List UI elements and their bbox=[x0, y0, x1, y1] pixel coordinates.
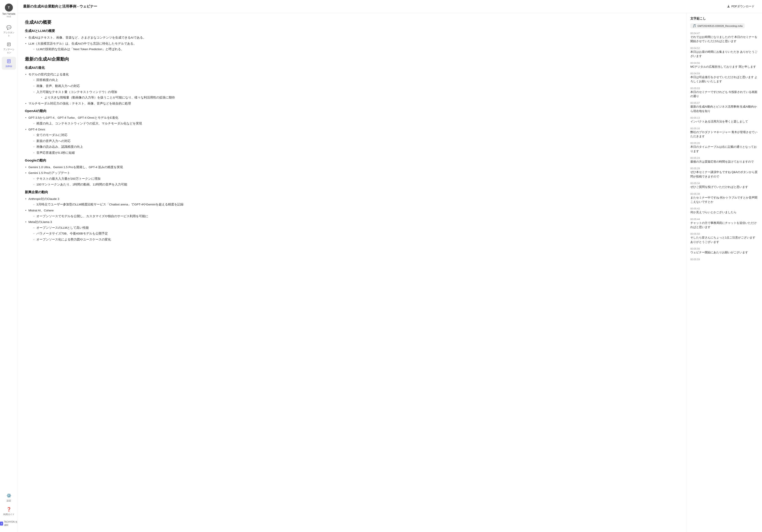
sidebar-nav: 💬 アシスタント アノテーション bbox=[2, 23, 16, 491]
list-item: 100マントークンあたり、1時間の動画、11時間の音声を入力可能 bbox=[33, 182, 679, 187]
list-item: 3月時点でユーザー参加型のLLM精度比較サービス「Chatbot arena」で… bbox=[33, 202, 679, 207]
list-item: 全てのモーダルに対応 bbox=[33, 133, 679, 137]
transcript-time: 00:05:07 bbox=[690, 102, 758, 104]
transcript-time: 00:05:42 bbox=[690, 207, 758, 210]
page-title: 最新の生成AI企業動向と活用事例 - ウェビナー bbox=[23, 4, 97, 9]
transcript-entry: 00:05:20本日のタイムテーブルは右に記載の通りとなっております bbox=[690, 142, 758, 154]
file-name: GMT20240515-030028_Recording.m4a bbox=[697, 25, 742, 27]
transcript-entry: 00:04:47それではお時間になりましたので 本日のセミナーを開始させていただ… bbox=[690, 32, 758, 44]
list-item: 精度の向上、コンテキストウィンドウの拡大、マルチモーダル化などを実現 bbox=[33, 121, 679, 126]
sidebar-item-guide[interactable]: ❓ 利用ガイド bbox=[2, 505, 16, 518]
sidebar-bottom: ⚙️ 設定 ❓ 利用ガイド T TACHYON 生成AI bbox=[0, 491, 18, 528]
list-item: オープンソース化による勢力図やユースケースの変化 bbox=[33, 237, 679, 242]
transcript-entry: 00:04:56MCデジタルの広報担当しております 関と申します bbox=[690, 62, 758, 69]
list-item: モデルの世代交代による進化 回答精度の向上 画像、音声、動画入力への対応 入力可… bbox=[25, 72, 679, 100]
transcript-time: 00:05:50 bbox=[690, 233, 758, 235]
sidebar-item-assistant[interactable]: 💬 アシスタント bbox=[2, 23, 16, 39]
transcript-time: 00:05:59 bbox=[690, 258, 758, 261]
sidebar-item-settings[interactable]: ⚙️ 設定 bbox=[2, 491, 16, 504]
sidebar-item-minutes[interactable]: 議事録 bbox=[2, 57, 16, 70]
list-item: マルチモーダル対応力の強化：テキスト、画像、音声などを統合的に処理 bbox=[25, 101, 679, 106]
logo-icon: T bbox=[0, 522, 3, 526]
transcript-entry: 00:05:50そしたら皆さんにちょっと1点ご注意がございます ありがとうござい… bbox=[690, 233, 758, 244]
transcript-entries: 00:04:47それではお時間になりましたので 本日のセミナーを開始させていただ… bbox=[690, 32, 758, 261]
list-item: オープンソースでモデルを公開し、カスタマイズや独自のサービス利用を可能に bbox=[33, 214, 679, 219]
list-nested: LLMの技術的な仕組みは「Next Token Prediction」と呼ばれる… bbox=[29, 47, 679, 52]
transcript-text: 本日はお昼の時間にお集まりいただき ありがとうございます bbox=[690, 50, 758, 58]
sidebar: T Taro Yamada mcd 💬 アシスタント アノテーション bbox=[0, 0, 18, 532]
list-evolution: モデルの世代交代による進化 回答精度の向上 画像、音声、動画入力への対応 入力可… bbox=[25, 72, 679, 106]
sidebar-label-minutes: 議事録 bbox=[6, 65, 12, 68]
list-item: Mistral AI、Cohere オープンソースでモデルを公開し、カスタマイズ… bbox=[25, 208, 679, 218]
file-icon: 🎵 bbox=[693, 24, 696, 28]
list-item: Gemini 1.0 Ultra、Gemini 1.5 Proを開発し、GPT-… bbox=[25, 165, 679, 170]
list-item: Anthropic社のClaude 3 3月時点でユーザー参加型のLLM精度比較… bbox=[25, 196, 679, 207]
transcript-time: 00:05:34 bbox=[690, 182, 758, 185]
transcript-text: 本日のタイムテーブルは右に記載の通りとなっております bbox=[690, 145, 758, 154]
list-item: 新規の音声入力への対応 bbox=[33, 139, 679, 144]
assistant-icon: 💬 bbox=[6, 25, 12, 30]
sidebar-label-annotation: アノテーション bbox=[3, 48, 15, 54]
list-item: GPT-3.5からGPT-4、GPT-4 Turbo、GPT-4 Omniとモデ… bbox=[25, 115, 679, 126]
list-item: より大きな情報量（動画像の入力等）を扱うことが可能になり、様々な利活用性の拡張に… bbox=[41, 95, 679, 100]
minutes-icon bbox=[6, 58, 12, 64]
list-item: テキストの最大入力量が200万トークンに増加 bbox=[33, 176, 679, 181]
list-item: LLMの技術的な仕組みは「Next Token Prediction」と呼ばれる… bbox=[33, 47, 679, 52]
content-area: 生成AIの概要 生成AIとLLMの概要 生成AIはテキスト、画像、音楽など、さま… bbox=[18, 13, 762, 532]
section-heading-2: 最新の生成AI企業動向 bbox=[25, 56, 679, 62]
transcript-entry: 00:05:24最後の方は質疑応答の時間を設けておりますので bbox=[690, 157, 758, 164]
transcript-entry: 00:05:03本日のセミナーですけれども 今投影されている画面の通り bbox=[690, 87, 758, 99]
sidebar-logo: T TACHYON 生成AI bbox=[0, 520, 18, 527]
list-item: GPT-4 Omni 全てのモーダルに対応 新規の音声入力への対応 画像の読み込… bbox=[25, 127, 679, 155]
guide-icon: ❓ bbox=[6, 507, 12, 512]
transcript-entry: 00:05:42何か見えづらいとかございましたら bbox=[690, 207, 758, 214]
user-sub: mcd bbox=[7, 15, 11, 18]
transcript-text: 本日のセミナーですけれども 今投影されている画面の通り bbox=[690, 90, 758, 99]
transcript-time: 00:04:47 bbox=[690, 32, 758, 35]
transcript-text: ウェビナー開始にあたりお願いがございます bbox=[690, 251, 758, 255]
logo-text: TACHYON 生成AI bbox=[4, 520, 18, 527]
annotation-icon bbox=[6, 42, 12, 47]
transcript-time: 00:04:52 bbox=[690, 47, 758, 49]
list-item: パラメータサイズ70B、今後400Bモデルも公開予定 bbox=[33, 231, 679, 236]
avatar: T bbox=[5, 4, 13, 12]
sidebar-label-guide: 利用ガイド bbox=[3, 513, 14, 516]
download-icon bbox=[727, 5, 730, 8]
subsection-heading-2-3: Googleの動向 bbox=[25, 158, 679, 163]
list-item: オープンソースのLLMとして高い性能 bbox=[33, 225, 679, 230]
list-startups: Anthropic社のClaude 3 3月時点でユーザー参加型のLLM精度比較… bbox=[25, 196, 679, 242]
subsection-heading-2-2: OpenAIの動向 bbox=[25, 109, 679, 113]
transcript-text: ぜひ本セミナー講演中もですね Q&Aのボタンから質問が投稿できますので bbox=[690, 170, 758, 179]
list-openai: GPT-3.5からGPT-4、GPT-4 Turbo、GPT-4 Omniとモデ… bbox=[25, 115, 679, 155]
subsection-heading-2-1: 生成AIの進化 bbox=[25, 66, 679, 70]
transcript-text: そしたら皆さんにちょっと1点ご注意がございます ありがとうございます bbox=[690, 236, 758, 244]
list-item: 生成AIはテキスト、画像、音楽など、さまざまなコンテンツを生成できるAIである。 bbox=[25, 35, 679, 40]
transcript-entry: 00:05:29ぜひ本セミナー講演中もですね Q&Aのボタンから質問が投稿できま… bbox=[690, 167, 758, 179]
transcript-time: 00:05:56 bbox=[690, 247, 758, 250]
transcript-time: 00:04:59 bbox=[690, 72, 758, 75]
list-item: 画像、音声、動画入力への対応 bbox=[33, 84, 679, 89]
transcript-entry: 00:04:59本日は司会進行をさせていただければと思います よろしくお願いいた… bbox=[690, 72, 758, 84]
sidebar-item-annotation[interactable]: アノテーション bbox=[2, 40, 16, 56]
transcript-text: チャットの方で事務局宛にチャットを送信いただければと思います bbox=[690, 221, 758, 230]
transcript-text: それではお時間になりましたので 本日のセミナーを開始させていただければと思います bbox=[690, 35, 758, 44]
transcript-time: 00:05:44 bbox=[690, 218, 758, 220]
transcript-text: 弊社のプロダクトマネージャー 青木が登壇させていただきます bbox=[690, 130, 758, 139]
transcript-text: ぜひご質問を投げていただければと思います bbox=[690, 185, 758, 189]
transcript-entry: 00:05:59 bbox=[690, 258, 758, 261]
sidebar-label-settings: 設定 bbox=[7, 499, 11, 502]
transcript-heading: 文字起こし bbox=[690, 17, 758, 21]
transcript-time: 00:05:24 bbox=[690, 157, 758, 159]
transcript-entry: 00:05:44チャットの方で事務局宛にチャットを送信いただければと思います bbox=[690, 218, 758, 230]
list-item: Meta社のLlama 3 オープンソースのLLMとして高い性能 パラメータサイ… bbox=[25, 220, 679, 242]
sidebar-label-assistant: アシスタント bbox=[3, 31, 15, 37]
pdf-download-button[interactable]: PDFダウンロード bbox=[725, 3, 757, 10]
transcript-time: 00:05:03 bbox=[690, 87, 758, 90]
subsection-heading-2-4: 新興企業の動向 bbox=[25, 190, 679, 194]
transcript-entry: 00:04:52本日はお昼の時間にお集まりいただき ありがとうございます bbox=[690, 47, 758, 58]
list-item: 入力可能なテキスト量（コンテキストウィンドウ）の増加 より大きな情報量（動画像の… bbox=[33, 90, 679, 100]
transcript-time: 00:05:13 bbox=[690, 116, 758, 119]
list-item: 回答精度の向上 bbox=[33, 78, 679, 83]
file-badge: 🎵 GMT20240515-030028_Recording.m4a bbox=[690, 23, 745, 29]
transcript-entry: 00:05:38またセミナー中ですね 何かトラブルですとか音声聞こえないですとか bbox=[690, 192, 758, 204]
